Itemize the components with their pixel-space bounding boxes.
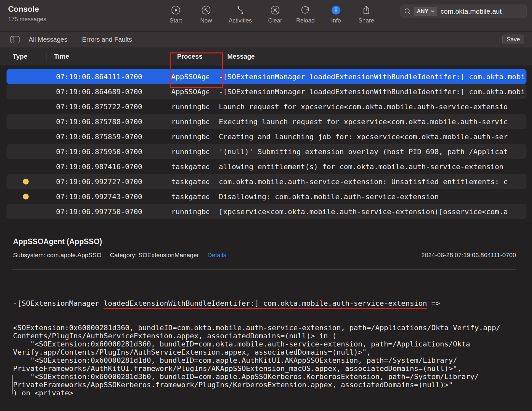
info-icon — [319, 3, 353, 17]
refresh-icon — [288, 3, 322, 17]
table-row[interactable]: 07:19:06.864111-0700 AppSSOAgent -[SOExt… — [7, 69, 526, 84]
scrollbar-thumb[interactable] — [12, 375, 13, 394]
detail-timestamp: 2024-06-28 07:19:06.864111-0700 — [421, 252, 516, 259]
detail-category: Category: SOExtensionManager — [110, 252, 199, 259]
sidebar-toggle-button[interactable] — [10, 36, 20, 45]
detail-divider — [12, 269, 516, 270]
warning-dot-icon — [23, 194, 29, 199]
tab-errors-and-faults[interactable]: Errors and Faults — [82, 32, 132, 48]
search-icon — [404, 8, 411, 15]
point-path-icon — [223, 3, 257, 17]
table-row[interactable]: 07:19:06.992727-0700 taskgated com.okta.… — [7, 174, 526, 189]
share-icon — [349, 3, 383, 17]
column-header-message[interactable]: Message — [227, 48, 255, 65]
share-button[interactable]: Share — [349, 3, 383, 24]
toolbar: Console 175 messages Start Now Ac — [0, 0, 532, 32]
now-button[interactable]: Now — [189, 3, 223, 24]
warning-dot-icon — [23, 179, 29, 184]
table-row[interactable]: 07:19:06.987416-0700 taskgated allowing … — [7, 159, 526, 174]
clear-button[interactable]: Clear — [258, 3, 292, 24]
tab-bar: All Messages Errors and Faults Save — [0, 32, 532, 48]
detail-process-title: AppSSOAgent (AppSSO) — [13, 237, 102, 246]
arrow-up-left-circle-icon — [189, 3, 223, 17]
start-button[interactable]: Start — [159, 3, 193, 24]
detail-body-rest: <SOExtension:0x60000281d360, bundleID=co… — [13, 324, 530, 397]
detail-pane: AppSSOAgent (AppSSO) Subsystem: com.appl… — [0, 224, 532, 411]
detail-meta: Subsystem: com.apple.AppSSO Category: SO… — [13, 252, 226, 259]
table-row[interactable]: 07:19:06.875859-0700 runningboardd Creat… — [7, 129, 526, 144]
log-table: 07:19:06.864111-0700 AppSSOAgent -[SOExt… — [0, 65, 532, 224]
column-header-type[interactable]: Type — [13, 48, 27, 65]
play-circle-icon — [159, 3, 193, 17]
x-circle-icon — [258, 3, 292, 17]
tab-all-messages[interactable]: All Messages — [29, 32, 67, 48]
window-title: Console — [8, 5, 39, 14]
table-row[interactable]: 07:19:06.875950-0700 runningboardd '(nul… — [7, 144, 526, 159]
detail-body-line1: -[SOExtensionManager loadedExtensionWith… — [13, 299, 530, 307]
reload-button[interactable]: Reload — [288, 3, 322, 24]
column-header-process[interactable]: Process — [177, 48, 203, 65]
column-header-time[interactable]: Time — [54, 48, 69, 65]
chevron-down-icon — [431, 10, 434, 13]
table-row[interactable]: 07:19:06.997750-0700 runningboardd [xpcs… — [7, 204, 526, 219]
search-scope-token[interactable]: ANY — [414, 7, 437, 16]
annotation-underline: loadedExtensionWithBundleIdentifer:] com… — [104, 299, 427, 309]
detail-message-body: -[SOExtensionManager loadedExtensionWith… — [13, 283, 530, 411]
search-field[interactable]: ANY com.okta.mobile.aut — [400, 5, 527, 18]
info-button[interactable]: Info — [319, 3, 353, 24]
table-row[interactable]: 07:19:06.875788-0700 runningboardd Execu… — [7, 114, 526, 129]
detail-subsystem: Subsystem: com.apple.AppSSO — [13, 252, 101, 259]
table-row[interactable]: 07:19:06.992743-0700 taskgated Disallowi… — [7, 189, 526, 204]
details-link[interactable]: Details — [207, 252, 226, 259]
table-header: Type Time Process Message — [0, 48, 532, 65]
activities-button[interactable]: Activities — [223, 3, 257, 24]
save-button[interactable]: Save — [502, 35, 524, 44]
table-row[interactable]: 07:19:06.875722-0700 runningboardd Launc… — [7, 99, 526, 114]
message-count: 175 messages — [8, 16, 46, 23]
table-row[interactable]: 07:19:06.864689-0700 AppSSOAgent -[SOExt… — [7, 84, 526, 99]
column-divider — [47, 52, 47, 61]
search-input[interactable]: com.okta.mobile.aut — [441, 7, 502, 15]
